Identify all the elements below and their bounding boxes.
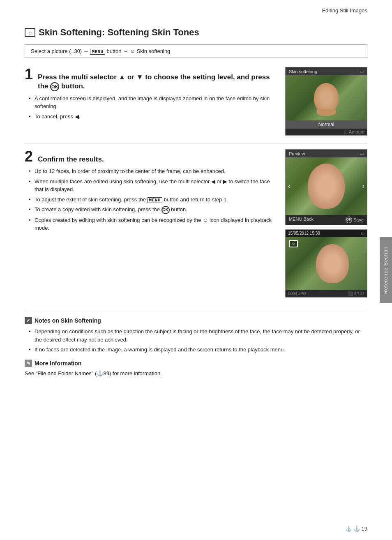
skin-softening-icon: ☺: [25, 28, 35, 37]
playback-counter-value: 4/132: [354, 291, 364, 296]
notes-section: ✓ Notes on Skin Softening Depending on c…: [25, 310, 367, 354]
check-icon: ✓: [25, 317, 32, 324]
preview-battery: ▭: [360, 151, 364, 156]
playback-bottom-bar: 0004.JPG ⬛ 4/132: [286, 290, 367, 297]
step2-container: 2 Confirm the results. Up to 12 faces, i…: [25, 149, 367, 298]
playback-face-image: [316, 244, 349, 283]
sidebar-label: Reference Section: [383, 246, 389, 294]
step1-title: Press the multi selector ▲ or ▼ to choos…: [38, 73, 277, 91]
playback-timestamp: 15/05/2012 15:30: [288, 231, 320, 235]
step1-text: 1 Press the multi selector ▲ or ▼ to cho…: [25, 67, 277, 122]
page-title: ☺ Skin Softening: Softening Skin Tones: [25, 27, 367, 38]
playback-counter: ⬛ 4/132: [348, 291, 364, 296]
step1-number: 1: [25, 67, 33, 82]
page-footer: ⚓ ⚓ 19: [346, 526, 367, 532]
skin-icon-overlay: ☺: [289, 240, 298, 247]
preview-face-area: ‹ ›: [286, 157, 367, 215]
step1-bullet-1: A confirmation screen is displayed, and …: [29, 95, 277, 111]
screen-normal-label: Normal: [286, 120, 367, 129]
notes-title: Notes on Skin Softening: [35, 317, 101, 324]
notes-bullet-2: If no faces are detected in the image, a…: [29, 346, 367, 354]
playback-counter-icon: ⬛: [348, 291, 353, 296]
menu-tag: MENU: [90, 49, 105, 55]
step2-number: 2: [25, 149, 33, 164]
amount-text: Amount: [349, 129, 364, 134]
pencil-icon: ✎: [25, 360, 32, 367]
ok-btn-inline: OK: [161, 206, 170, 214]
screen-battery: ▭: [360, 69, 364, 74]
preview-face-image: [308, 164, 345, 209]
step1-heading: 1 Press the multi selector ▲ or ▼ to cho…: [25, 67, 277, 91]
preview-title: Preview: [289, 151, 305, 156]
breadcrumb: Select a picture (□30) → MENU button → ☺…: [25, 44, 367, 58]
preview-screen: Preview ▭ ‹ › MENU Back OK Save: [285, 149, 367, 225]
step1-bullets: A confirmation screen is displayed, and …: [25, 95, 277, 121]
more-info-heading: ✎ More Information: [25, 360, 367, 367]
notes-bullets: Depending on conditions such as the dire…: [25, 328, 367, 354]
sidebar-tab: Reference Section: [380, 237, 392, 303]
step1-container: 1 Press the multi selector ▲ or ▼ to cho…: [25, 67, 367, 136]
step2-bullet-5: Copies created by editing with skin soft…: [29, 216, 277, 232]
page-header: Editing Still Images: [0, 0, 392, 17]
header-title: Editing Still Images: [322, 7, 367, 14]
step-divider: [25, 143, 367, 143]
step1-bullet-2: To cancel, press ◀.: [29, 113, 277, 121]
playback-filename: 0004.JPG: [288, 291, 306, 296]
preview-top-bar: Preview ▭: [286, 150, 367, 157]
step2-heading: 2 Confirm the results.: [25, 149, 277, 164]
link-ref: ⚓89: [97, 370, 109, 376]
notes-bullet-1: Depending on conditions such as the dire…: [29, 328, 367, 344]
face-image: [314, 83, 339, 113]
step2-screens: Preview ▭ ‹ › MENU Back OK Save: [285, 149, 367, 298]
page-title-text: Skin Softening: Softening Skin Tones: [39, 27, 199, 38]
footer-page-number: 19: [362, 526, 367, 532]
more-info-text: See "File and Folder Names" (⚓89) for mo…: [25, 370, 367, 376]
preview-bottom-bar: MENU Back OK Save: [286, 215, 367, 225]
playback-battery-icon: ▭: [361, 231, 364, 235]
playback-top-bar: 15/05/2012 15:30 ▭: [286, 230, 367, 237]
screen-amount-bar: □ Amount: [286, 129, 367, 135]
menu-back-label: MENU Back: [289, 217, 314, 223]
step2-title: Confirm the results.: [38, 155, 104, 164]
ok-save-label: OK Save: [346, 217, 364, 223]
menu-tag-2: MENU: [148, 197, 162, 203]
playback-face-area: ☺: [286, 237, 367, 290]
screen-title: Skin softening: [289, 69, 317, 74]
skin-softening-screen: Skin softening ▭ Normal □ Amount: [285, 67, 367, 136]
screen-face-area: [286, 75, 367, 120]
more-info-section: ✎ More Information See "File and Folder …: [25, 360, 367, 376]
amount-label: □: [344, 129, 347, 134]
prev-arrow-icon: ‹: [288, 182, 290, 190]
step2-bullet-4: To create a copy edited with skin soften…: [29, 205, 277, 214]
playback-screen: 15/05/2012 15:30 ▭ ☺ 0004.JPG ⬛ 4/132: [285, 229, 367, 298]
screen-top-bar: Skin softening ▭: [286, 67, 367, 75]
step2-bullet-2: When multiple faces are edited using ski…: [29, 178, 277, 194]
step2-text: 2 Confirm the results. Up to 12 faces, i…: [25, 149, 277, 234]
next-arrow-icon: ›: [362, 182, 364, 190]
ok-circle: OK: [346, 217, 352, 223]
footer-link-icon-2: ⚓: [353, 526, 360, 532]
ok-button-icon: OK: [50, 82, 59, 91]
footer-link-icon: ⚓: [346, 526, 352, 532]
step2-bullet-1: Up to 12 faces, in order of proximity to…: [29, 167, 277, 175]
step2-bullet-3: To adjust the extent of skin softening, …: [29, 196, 277, 204]
main-content: ☺ Skin Softening: Softening Skin Tones S…: [0, 17, 392, 393]
notes-heading: ✓ Notes on Skin Softening: [25, 317, 367, 324]
step1-screen: Skin softening ▭ Normal □ Amount: [285, 67, 367, 136]
breadcrumb-text: Select a picture (□30) → MENU button → ☺…: [31, 48, 170, 54]
step2-bullets: Up to 12 faces, in order of proximity to…: [25, 167, 277, 232]
more-info-title: More Information: [35, 360, 81, 367]
